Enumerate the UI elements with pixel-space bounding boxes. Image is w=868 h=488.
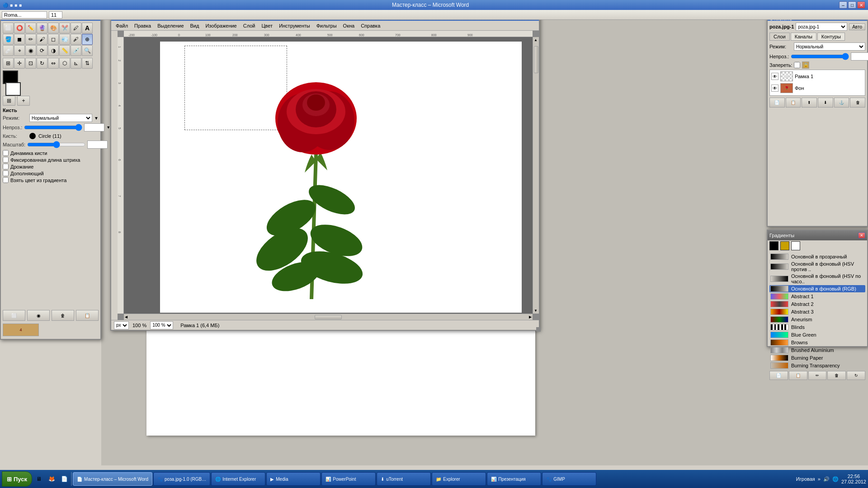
menu-select[interactable]: Выделение [155, 22, 186, 29]
menu-filters[interactable]: Фильтры [314, 22, 340, 29]
tool-rotate[interactable]: ↻ [37, 58, 47, 69]
gimp-scroll-area[interactable] [124, 37, 533, 314]
gradient-item-5[interactable]: Abstract 2 [769, 300, 865, 308]
tool-text[interactable]: A [82, 23, 93, 33]
word-minimize-btn[interactable]: – [839, 1, 847, 9]
layers-image-select[interactable]: poza.jpg-1 [796, 23, 847, 31]
gradient-item-10[interactable]: Browns [769, 339, 865, 346]
tool-shear[interactable]: ⬡ [59, 58, 70, 69]
tool-paths[interactable]: 🖊 [71, 23, 81, 33]
menu-help[interactable]: Справка [358, 22, 383, 29]
ql-firefox[interactable]: 🦊 [46, 473, 57, 485]
menu-file[interactable]: Файл [113, 22, 131, 29]
fixed-length-check[interactable] [3, 157, 9, 163]
brush-mode-select[interactable]: Нормальный [29, 114, 92, 122]
tool-select-by-color[interactable]: 🎨 [48, 23, 59, 33]
gradient-bg-color[interactable] [791, 241, 800, 250]
scale-input[interactable]: 1,00 [87, 141, 108, 149]
gradient-item-8[interactable]: Blinds [769, 324, 865, 331]
gradients-refresh-btn[interactable]: ↻ [847, 371, 865, 380]
gradients-edit-btn[interactable]: ✏ [808, 371, 827, 380]
gradient-item-7[interactable]: Aneurism [769, 316, 865, 323]
gimp-vscrollbar[interactable]: ▲ ▼ [533, 37, 539, 314]
word-maximize-btn[interactable]: □ [848, 1, 856, 9]
tool-pencil[interactable]: ✏ [25, 34, 36, 45]
layer-btn-copy[interactable]: 📋 [786, 98, 801, 108]
lock-pixels-check[interactable] [794, 62, 800, 68]
tool-bottom-btn4[interactable]: 📋 [76, 310, 99, 321]
menu-image[interactable]: Изображение [203, 22, 239, 29]
menu-windows[interactable]: Окна [340, 22, 358, 29]
gradient-item-3[interactable]: Основной в фоновый (RGB) [769, 285, 865, 292]
gradient-item-0[interactable]: Основной в прозрачный [769, 253, 865, 260]
gradient-item-4[interactable]: Abstract 1 [769, 293, 865, 300]
additive-check[interactable] [3, 170, 9, 176]
layer-row-frame[interactable]: 👁 ⬜ Рамка 1 [771, 71, 864, 82]
gradient-fg-color[interactable] [769, 241, 778, 250]
transform-opt-1[interactable]: ⊞ [3, 96, 15, 106]
taskbar-torrent-btn[interactable]: ⬇ uTorrent [377, 472, 431, 486]
tool-perspective-clone[interactable]: ⌖ [14, 45, 25, 56]
menu-view[interactable]: Вид [188, 22, 202, 29]
word-close-btn[interactable]: ✕ [857, 1, 865, 9]
gimp-resize-handle[interactable] [536, 327, 541, 332]
hscroll-thumb[interactable] [315, 314, 342, 320]
layer-btn-up[interactable]: ⬆ [802, 98, 817, 108]
layers-auto-btn[interactable]: Авто [849, 23, 865, 30]
tool-scissor-select[interactable]: ✂️ [59, 23, 70, 33]
gimp-unit-select[interactable]: px [114, 321, 129, 329]
tab-channels[interactable]: Каналы [791, 33, 816, 41]
vscroll-down-arrow[interactable]: ▼ [534, 309, 538, 313]
tool-color-picker[interactable]: 💉 [71, 45, 81, 56]
taskbar-word-btn[interactable]: 📄 Мастер-класс – Microsoft Word [73, 472, 152, 486]
tool-clone[interactable]: ⊕ [82, 34, 93, 45]
scale-slider[interactable] [27, 141, 85, 148]
gradient-item-12[interactable]: Burning Paper [769, 354, 865, 361]
layer-btn-anchor[interactable]: ⚓ [834, 98, 849, 108]
background-color[interactable] [5, 82, 21, 96]
opacity-slider[interactable] [24, 124, 82, 131]
gradient-item-9[interactable]: Blue Green [769, 331, 865, 338]
transform-opt-2[interactable]: + [17, 96, 30, 106]
gradient-mid-color[interactable] [780, 241, 789, 250]
tool-blur[interactable]: ◉ [25, 45, 36, 56]
layer-eye-bg[interactable]: 👁 [771, 84, 778, 92]
opacity-input[interactable]: 100,0 [84, 123, 104, 131]
tool-paintbrush[interactable]: 🖌 [37, 34, 47, 45]
gradient-color-check[interactable] [3, 177, 9, 183]
tab-layers[interactable]: Слои [769, 33, 790, 41]
gradients-del-btn[interactable]: 🗑 [827, 371, 846, 380]
gradient-item-11[interactable]: Brushed Aluminium [769, 347, 865, 354]
hscroll-left-arrow[interactable]: ◀ [125, 315, 127, 319]
tool-rect-select[interactable]: ⬜ [3, 23, 14, 33]
tool-crop[interactable]: ⊡ [25, 58, 36, 69]
layer-btn-new[interactable]: 📄 [769, 98, 785, 108]
gradients-close[interactable]: ✕ [858, 232, 865, 239]
gradient-item-13[interactable]: Burning Transparency [769, 362, 865, 369]
vscroll-up-arrow[interactable]: ▲ [534, 38, 538, 42]
tool-perspective[interactable]: ⊾ [71, 58, 81, 69]
tool-bottom-btn3[interactable]: 🗑 [52, 310, 74, 321]
ql-word[interactable]: 📄 [58, 473, 70, 485]
tool-blend[interactable]: ◼ [14, 34, 25, 45]
start-button[interactable]: ⊞ Пуск [2, 471, 32, 487]
tab-paths[interactable]: Контуры [817, 33, 845, 41]
hscroll-right-arrow[interactable]: ▶ [529, 315, 532, 319]
brush-mode-expand[interactable]: ▼ [94, 116, 99, 121]
taskbar-media-btn[interactable]: ▶ Media [266, 472, 321, 486]
gradient-item-2[interactable]: Основной в фоновый (HSV по часо.. [769, 273, 865, 285]
layer-btn-delete[interactable]: 🗑 [850, 98, 865, 108]
tool-free-select[interactable]: ✏️ [25, 23, 36, 33]
layer-row-bg[interactable]: 👁 🌹 Фон [771, 83, 864, 94]
layer-eye-frame[interactable]: 👁 [771, 73, 778, 80]
tool-smudge[interactable]: ⟳ [37, 45, 47, 56]
jitter-check[interactable] [3, 164, 9, 169]
layers-mode-select[interactable]: Нормальный [794, 42, 865, 51]
menu-edit[interactable]: Правка [132, 22, 154, 29]
tool-airbrush[interactable]: 💨 [59, 34, 70, 45]
taskbar-ie-btn[interactable]: 🌐 Internet Explorer [211, 472, 265, 486]
tool-align[interactable]: ⊞ [3, 58, 14, 69]
tool-move[interactable]: ✛ [14, 58, 25, 69]
gradients-dup-btn[interactable]: 📋 [789, 371, 807, 380]
dynamics-check[interactable] [3, 150, 9, 156]
